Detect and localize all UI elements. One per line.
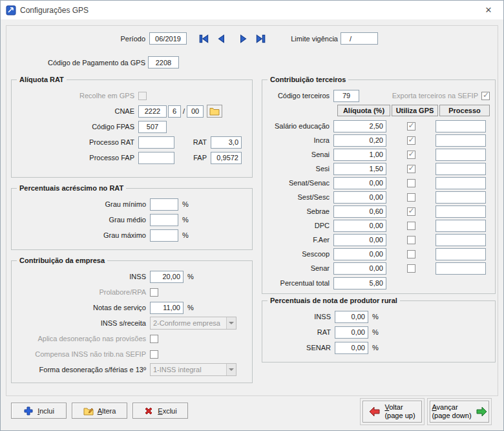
field-label: RAT bbox=[268, 328, 335, 336]
rat-input[interactable] bbox=[211, 136, 242, 149]
percent-row: SENAR % bbox=[268, 340, 490, 355]
prolabore-checkbox bbox=[150, 288, 158, 297]
percent-input[interactable] bbox=[150, 198, 178, 211]
recolhe-gps-label: Recolhe em GPS bbox=[17, 92, 138, 100]
percentual-total-row: Percentual total bbox=[266, 275, 491, 291]
first-record-icon[interactable] bbox=[198, 33, 211, 45]
cnae-input-1[interactable] bbox=[138, 105, 167, 118]
altera-button[interactable]: Altera bbox=[72, 403, 127, 419]
exclui-button[interactable]: Exclui bbox=[132, 403, 188, 419]
terceiros-row-label: Sest/Sesc bbox=[266, 193, 333, 201]
codigo-terceiros-input[interactable] bbox=[333, 90, 359, 102]
processo-input[interactable] bbox=[436, 191, 486, 204]
aliquota-input[interactable] bbox=[333, 134, 386, 147]
processo-input[interactable] bbox=[436, 149, 486, 161]
percent-input[interactable] bbox=[150, 229, 178, 242]
percent-input[interactable] bbox=[335, 326, 368, 339]
processo-input[interactable] bbox=[436, 120, 486, 132]
processo-rat-input[interactable] bbox=[138, 136, 174, 149]
aplica-desoneracao-row: Aplica desoneração nas provisões bbox=[17, 331, 247, 346]
processo-input[interactable] bbox=[436, 134, 486, 147]
terceiros-row: Salário educação bbox=[266, 119, 491, 133]
fap-input[interactable] bbox=[211, 152, 242, 164]
percent-sign: % bbox=[372, 344, 379, 352]
prolabore-label: Prolabore/RPA bbox=[17, 288, 150, 296]
previous-record-icon[interactable] bbox=[216, 33, 229, 45]
aliquota-input[interactable] bbox=[333, 177, 386, 189]
terceiros-row: Sebrae bbox=[266, 204, 491, 218]
processo-input[interactable] bbox=[436, 177, 486, 189]
processo-fap-label: Processo FAP bbox=[17, 154, 138, 162]
percent-input[interactable] bbox=[335, 311, 368, 323]
processo-input[interactable] bbox=[436, 220, 486, 232]
inss-input[interactable] bbox=[150, 271, 184, 283]
exporta-sefip-label: Exporta terceiros na SEFIP bbox=[392, 92, 478, 100]
avancar-button[interactable]: Avançar (page down) bbox=[430, 401, 489, 423]
codigo-fpas-input[interactable] bbox=[138, 121, 167, 133]
column-header-utiliza-gps: Utiliza GPS bbox=[392, 105, 438, 116]
close-icon[interactable]: ✕ bbox=[474, 1, 503, 19]
aliquota-input[interactable] bbox=[333, 120, 386, 132]
terceiros-row-label: DPC bbox=[266, 222, 333, 229]
terceiros-row-label: Sescoop bbox=[266, 250, 333, 258]
aplica-desoneracao-checkbox bbox=[150, 335, 158, 343]
periodo-input[interactable] bbox=[149, 32, 187, 45]
group-aliquota-rat: Alíquota RAT Recolhe em GPS CNAE / bbox=[11, 79, 253, 178]
edit-icon bbox=[83, 406, 94, 416]
avancar-button-frame: Avançar (page down) bbox=[427, 398, 492, 425]
codigo-pagamento-gps-input[interactable] bbox=[148, 56, 179, 68]
inclui-button[interactable]: Inclui bbox=[11, 403, 67, 419]
limite-vigencia-input[interactable] bbox=[341, 32, 378, 45]
terceiros-row: Sescoop bbox=[266, 247, 491, 261]
percent-input[interactable] bbox=[150, 214, 178, 226]
last-record-icon[interactable] bbox=[255, 33, 268, 45]
processo-input[interactable] bbox=[436, 205, 486, 218]
group-title: Contribuição terceiros bbox=[268, 76, 348, 83]
aliquota-input[interactable] bbox=[333, 262, 386, 275]
field-label: Grau mínimo bbox=[17, 200, 150, 208]
forma-desoneracao-value: 1-INSS integral bbox=[153, 366, 202, 373]
cnae-row: CNAE / bbox=[17, 103, 247, 119]
terceiros-row: Senar bbox=[266, 261, 491, 275]
processo-rat-row: Processo RAT RAT bbox=[17, 134, 247, 150]
voltar-sublabel: (page up) bbox=[384, 412, 415, 420]
avancar-sublabel: (page down) bbox=[432, 412, 471, 420]
next-record-icon[interactable] bbox=[237, 33, 250, 45]
percent-input[interactable] bbox=[335, 342, 368, 354]
cnae-lookup-button[interactable] bbox=[207, 105, 222, 118]
aliquota-input[interactable] bbox=[333, 220, 386, 232]
percentual-total-input[interactable] bbox=[333, 277, 386, 289]
processo-fap-input[interactable] bbox=[138, 152, 174, 164]
aliquota-input[interactable] bbox=[333, 234, 386, 246]
percent-row: RAT % bbox=[268, 324, 490, 340]
percent-row: Grau médio % bbox=[17, 212, 247, 227]
voltar-label: Voltar bbox=[384, 403, 415, 412]
processo-input[interactable] bbox=[436, 248, 486, 260]
aliquota-input[interactable] bbox=[333, 149, 386, 161]
terceiros-row-label: Sesi bbox=[266, 165, 333, 173]
utiliza-gps-checkbox bbox=[407, 222, 415, 230]
processo-rat-label: Processo RAT bbox=[17, 138, 138, 146]
notas-servico-input[interactable] bbox=[150, 302, 184, 314]
terceiros-row: Sest/Sesc bbox=[266, 190, 491, 204]
record-navigator bbox=[198, 33, 268, 45]
cnae-input-2[interactable] bbox=[168, 105, 181, 118]
aliquota-input[interactable] bbox=[333, 248, 386, 260]
cnae-input-3[interactable] bbox=[187, 105, 204, 118]
inss-label: INSS bbox=[17, 273, 150, 280]
percent-sign: % bbox=[182, 200, 189, 208]
field-label: Grau médio bbox=[17, 216, 150, 224]
notas-servico-label: Notas de serviço bbox=[17, 304, 150, 311]
exclui-label: Exclui bbox=[158, 407, 176, 415]
processo-input[interactable] bbox=[436, 262, 486, 275]
dialog-body: Período Limite vigência Código de Pagame… bbox=[1, 19, 503, 430]
processo-input[interactable] bbox=[436, 234, 486, 246]
processo-input[interactable] bbox=[436, 163, 486, 175]
terceiros-row-label: Senar bbox=[266, 264, 333, 272]
limite-vigencia-label: Limite vigência bbox=[284, 35, 338, 43]
aliquota-input[interactable] bbox=[333, 191, 386, 204]
terceiros-row: F.Aer bbox=[266, 233, 491, 247]
aliquota-input[interactable] bbox=[333, 205, 386, 218]
voltar-button[interactable]: Voltar (page up) bbox=[362, 401, 422, 423]
aliquota-input[interactable] bbox=[333, 163, 386, 175]
